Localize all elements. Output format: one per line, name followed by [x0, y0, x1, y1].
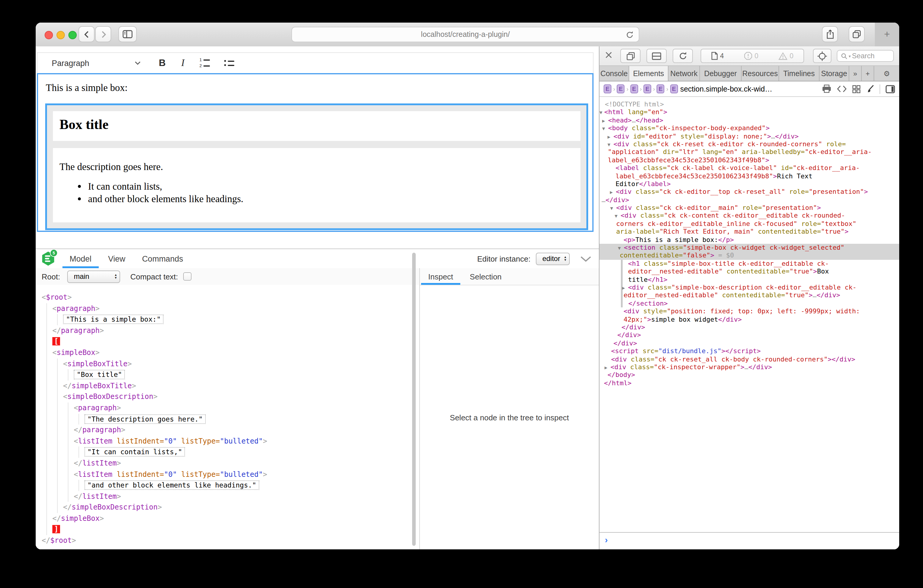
- dom-tree-line[interactable]: ▼<div class="ck ck-content ck-editor__ed…: [599, 212, 899, 220]
- dom-tree-line[interactable]: <h1 class="simple-box-title ck-editor__e…: [599, 260, 899, 268]
- dom-tree[interactable]: <!DOCTYPE html>▼<html lang="en">▶<head>……: [599, 97, 899, 533]
- dom-tree-line[interactable]: </div>: [599, 339, 899, 347]
- tab-model[interactable]: Model: [61, 249, 100, 268]
- paintbrush-icon[interactable]: [866, 84, 874, 94]
- disclosure-closed-icon[interactable]: ▶: [604, 364, 608, 372]
- model-tree-line[interactable]: "and other block elements like headings.…: [36, 480, 419, 491]
- tree-scrollbar[interactable]: [412, 253, 416, 546]
- dom-tree-line[interactable]: <!DOCTYPE html>: [599, 100, 899, 108]
- dom-tree-line[interactable]: <div style="position: fixed; top: 0px; l…: [599, 307, 899, 315]
- dom-tree-line[interactable]: </html>: [599, 379, 899, 387]
- disclosure-open-icon[interactable]: ▼: [615, 213, 618, 220]
- disclosure-open-icon[interactable]: ▼: [610, 205, 613, 213]
- dock-side-button[interactable]: [647, 49, 667, 63]
- compact-text-checkbox[interactable]: [184, 272, 192, 281]
- simple-box-widget[interactable]: Box title The description goes here. It …: [45, 103, 588, 230]
- tab-more[interactable]: »: [849, 66, 862, 81]
- model-tree-line[interactable]: [: [36, 336, 419, 347]
- minimize-window-button[interactable]: [56, 31, 65, 39]
- tab-commands[interactable]: Commands: [134, 249, 192, 268]
- dom-tree-line[interactable]: </div>: [599, 332, 899, 340]
- model-tree-line[interactable]: </paragraph>: [36, 325, 419, 336]
- element-picker-button[interactable]: [813, 49, 831, 63]
- devtools-search-field[interactable]: ▾ Search: [837, 50, 894, 62]
- url-field[interactable]: localhost/creating-a-plugin/: [291, 27, 639, 42]
- tab-timelines[interactable]: Timelines: [779, 66, 820, 81]
- element-badge[interactable]: E: [604, 84, 611, 94]
- print-icon[interactable]: [822, 84, 831, 94]
- box-list[interactable]: It can contain lists,and other block ele…: [53, 181, 580, 205]
- model-tree-line[interactable]: "This is a simple box:": [36, 314, 419, 325]
- close-window-button[interactable]: [44, 31, 53, 39]
- model-tree-line[interactable]: <paragraph>: [36, 402, 419, 414]
- model-tree[interactable]: <$root><paragraph>"This is a simple box:…: [36, 285, 419, 549]
- dom-tree-line[interactable]: label_e63cbbfece34c53ce23501062343f49b8"…: [599, 156, 899, 164]
- paragraph-dropdown[interactable]: Paragraph: [52, 59, 89, 67]
- detach-devtools-button[interactable]: [620, 49, 641, 63]
- dom-tree-line[interactable]: ▼<div class="ck ck-reset ck-editor ck-ro…: [599, 140, 899, 148]
- element-badge[interactable]: E: [630, 84, 638, 94]
- list-item[interactable]: and other block elements like headings.: [88, 193, 580, 205]
- dom-tree-line[interactable]: <p>This is a simple box:</p>: [599, 236, 899, 244]
- chevron-down-icon[interactable]: [135, 61, 141, 66]
- dom-tree-line[interactable]: aria-label="Rich Text Editor, main" cont…: [599, 228, 899, 236]
- list-item[interactable]: It can contain lists,: [88, 181, 580, 193]
- tab-view[interactable]: View: [100, 249, 134, 268]
- dom-tree-line[interactable]: Editor</label>: [599, 180, 899, 188]
- element-badge[interactable]: E: [617, 84, 625, 94]
- code-brackets-icon[interactable]: [837, 85, 847, 93]
- model-tree-line[interactable]: </listItem>: [36, 491, 419, 502]
- dom-tree-line[interactable]: "application" dir="ltr" lang="en" aria-l…: [599, 148, 899, 156]
- bold-button[interactable]: B: [159, 57, 166, 68]
- dom-tree-line[interactable]: title</h1>: [599, 276, 899, 284]
- tab-debugger[interactable]: Debugger: [700, 66, 742, 81]
- model-tree-line[interactable]: <simpleBox>: [36, 347, 419, 358]
- details-sidebar-icon[interactable]: [885, 85, 895, 93]
- dom-tree-line[interactable]: <script src="dist/bundle.js"></script>: [599, 347, 899, 355]
- model-tree-line[interactable]: ]: [36, 524, 419, 535]
- dom-tree-line[interactable]: contenteditable="false"> = $0: [599, 252, 899, 260]
- reload-page-button[interactable]: [673, 49, 693, 63]
- disclosure-open-icon[interactable]: ▼: [599, 109, 603, 117]
- dom-tree-line[interactable]: …</div>: [599, 196, 899, 204]
- dom-tree-line[interactable]: 42px;">simple box widget</div>: [599, 315, 899, 324]
- tab-add[interactable]: +: [862, 66, 874, 81]
- dom-tree-line[interactable]: </div>: [599, 324, 899, 332]
- tab-storage[interactable]: Storage: [820, 66, 849, 81]
- issues-summary[interactable]: 4 0 0: [701, 49, 804, 63]
- dom-tree-line[interactable]: ▼<div class="ck ck-editor__main" role="p…: [599, 204, 899, 212]
- dom-tree-line[interactable]: <div class="ck ck-reset_all ck-body ck-r…: [599, 355, 899, 363]
- simple-box-description-area[interactable]: The description goes here. It can contai…: [53, 148, 580, 222]
- dom-tree-line[interactable]: editor__nested-editable" contenteditable…: [599, 292, 899, 300]
- element-badge[interactable]: E: [670, 84, 678, 94]
- element-badge[interactable]: E: [657, 84, 665, 94]
- model-tree-line[interactable]: <simpleBoxTitle>: [36, 358, 419, 369]
- tab-overview-button[interactable]: [849, 26, 865, 42]
- editor-instance-select[interactable]: editor ▴▾: [536, 252, 570, 265]
- breadcrumb-current[interactable]: section.simple-box.ck-wid…: [680, 85, 772, 93]
- tab-inspect[interactable]: Inspect: [420, 268, 462, 285]
- disclosure-closed-icon[interactable]: ▶: [608, 133, 611, 141]
- disclosure-open-icon[interactable]: ▼: [602, 125, 605, 133]
- model-tree-line[interactable]: <$root>: [36, 292, 419, 303]
- zoom-window-button[interactable]: [68, 31, 77, 39]
- model-tree-line[interactable]: "It can contain lists,": [36, 447, 419, 458]
- disclosure-closed-icon[interactable]: ▶: [610, 189, 613, 197]
- forward-button[interactable]: [95, 26, 111, 42]
- model-tree-line[interactable]: </simpleBoxDescription>: [36, 502, 419, 513]
- model-tree-line[interactable]: </listItem>: [36, 458, 419, 469]
- dom-tree-line[interactable]: ▼<body class="ck-inspector-body-expanded…: [599, 124, 899, 132]
- model-tree-line[interactable]: <paragraph>: [36, 303, 419, 314]
- tab-console[interactable]: Console: [599, 66, 629, 81]
- grid-icon[interactable]: [852, 85, 861, 93]
- back-button[interactable]: [79, 26, 95, 42]
- root-select[interactable]: main ▴▾: [67, 270, 120, 283]
- numbered-list-button[interactable]: 1 2: [199, 58, 210, 68]
- tab-settings[interactable]: ⚙: [874, 66, 899, 81]
- dom-tree-line[interactable]: ▶<head>…</head>: [599, 117, 899, 125]
- dom-tree-line[interactable]: editor__nested-editable" contenteditable…: [599, 268, 899, 276]
- share-button[interactable]: [822, 26, 838, 42]
- close-devtools-button[interactable]: [605, 51, 613, 59]
- tab-selection[interactable]: Selection: [462, 268, 510, 285]
- dom-tree-line[interactable]: ▶<div class="ck-inspector-wrapper">…</di…: [599, 363, 899, 371]
